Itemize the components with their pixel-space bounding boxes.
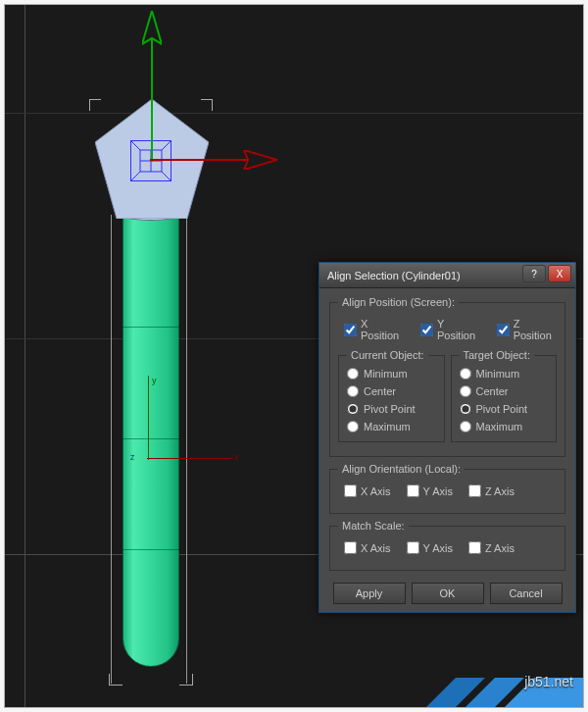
current-object-group: Current Object: Minimum Center Pivot Poi… <box>338 349 445 442</box>
ok-button[interactable]: OK <box>412 583 484 604</box>
x-position-label: X Position <box>361 318 405 341</box>
cancel-button[interactable]: Cancel <box>490 583 563 604</box>
current-minimum-radio[interactable] <box>347 368 359 380</box>
svg-line-2 <box>162 140 172 150</box>
world-axis-y <box>148 376 149 460</box>
z-position-label: Z Position <box>514 318 557 341</box>
target-minimum-radio[interactable] <box>460 368 471 380</box>
option-label: Maximum <box>476 421 523 432</box>
scale-y-checkbox[interactable] <box>407 541 419 554</box>
svg-line-3 <box>130 172 140 181</box>
group-label: Target Object: <box>460 349 534 361</box>
orient-y-checkbox[interactable] <box>407 484 419 497</box>
axis-label: X Axis <box>361 485 391 497</box>
svg-marker-11 <box>244 150 277 170</box>
current-center-radio[interactable] <box>347 385 359 397</box>
axis-label: Y Axis <box>423 542 453 554</box>
option-label: Pivot Point <box>364 403 416 415</box>
svg-line-1 <box>130 140 140 150</box>
world-axis-x <box>147 458 233 459</box>
option-label: Minimum <box>476 368 520 380</box>
target-center-radio[interactable] <box>460 385 471 397</box>
option-label: Center <box>476 385 509 397</box>
scale-z-checkbox[interactable] <box>468 541 481 554</box>
dialog-title: Align Selection (Cylinder01) <box>327 270 461 281</box>
move-gizmo-x-arrow-icon[interactable] <box>150 150 277 170</box>
orient-z-checkbox[interactable] <box>468 484 481 497</box>
axis-label: X Axis <box>361 542 391 554</box>
scale-x-checkbox[interactable] <box>344 541 357 554</box>
watermark-text: jb51.net <box>524 674 573 689</box>
world-axis-y-label: y <box>152 376 157 385</box>
move-gizmo-y-arrow-icon[interactable] <box>142 11 162 162</box>
selection-bracket-icon <box>201 99 213 111</box>
close-button[interactable]: X <box>548 265 571 282</box>
help-icon: ? <box>531 269 537 280</box>
axis-label: Z Axis <box>485 542 514 554</box>
close-icon: X <box>557 269 564 280</box>
button-label: Apply <box>356 587 383 599</box>
option-label: Pivot Point <box>476 403 528 415</box>
option-label: Center <box>364 385 396 397</box>
group-label: Align Position (Screen): <box>338 296 459 308</box>
group-label: Match Scale: <box>338 520 409 532</box>
selection-bracket-icon <box>109 674 122 686</box>
target-object-group: Target Object: Minimum Center Pivot Poin… <box>451 349 558 442</box>
align-selection-dialog: Align Selection (Cylinder01) ? X Align P… <box>318 262 576 613</box>
axis-label: Z Axis <box>485 485 514 497</box>
y-position-checkbox[interactable] <box>420 324 433 336</box>
group-label: Align Orientation (Local): <box>338 463 465 475</box>
option-label: Minimum <box>364 368 408 380</box>
align-position-group: Align Position (Screen): X Position Y Po… <box>329 296 565 457</box>
app-frame: x y z Align Selection (Cylinder01) ? X A… <box>4 4 584 708</box>
button-label: OK <box>440 587 456 599</box>
x-position-checkbox[interactable] <box>344 324 357 336</box>
group-label: Current Object: <box>347 349 428 361</box>
cylinder-object[interactable] <box>122 216 179 667</box>
match-scale-group: Match Scale: X Axis Y Axis Z Axis <box>329 520 565 571</box>
target-maximum-radio[interactable] <box>460 421 471 432</box>
dialog-titlebar[interactable]: Align Selection (Cylinder01) ? X <box>319 263 575 288</box>
target-pivot-radio[interactable] <box>460 403 471 415</box>
svg-marker-9 <box>142 11 162 44</box>
y-position-label: Y Position <box>437 318 481 341</box>
button-label: Cancel <box>509 587 542 599</box>
current-pivot-radio[interactable] <box>347 403 359 415</box>
z-position-checkbox[interactable] <box>497 324 510 336</box>
help-button[interactable]: ? <box>522 265 546 282</box>
world-axis-z-label: z <box>130 452 135 462</box>
axis-label: Y Axis <box>423 485 453 497</box>
current-maximum-radio[interactable] <box>347 421 359 432</box>
option-label: Maximum <box>364 421 411 432</box>
selection-bracket-icon <box>89 99 101 111</box>
selection-bracket-icon <box>179 674 193 686</box>
orient-x-checkbox[interactable] <box>344 484 357 497</box>
align-orientation-group: Align Orientation (Local): X Axis Y Axis… <box>329 463 565 514</box>
world-axis-x-label: x <box>234 452 239 462</box>
svg-line-4 <box>162 172 172 181</box>
apply-button[interactable]: Apply <box>333 583 406 604</box>
